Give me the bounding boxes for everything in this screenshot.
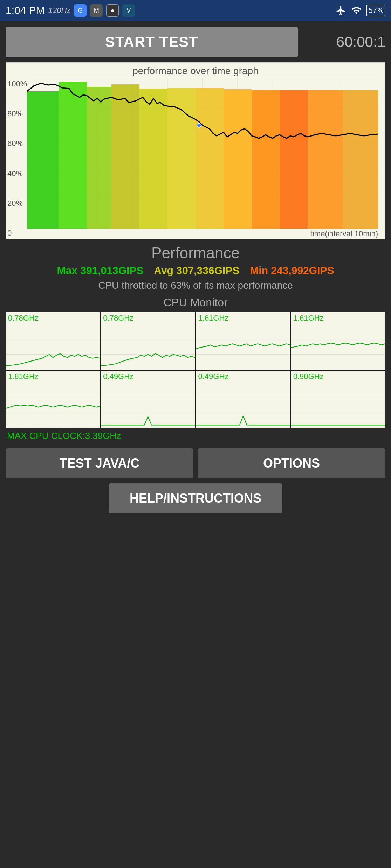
svg-rect-26	[343, 90, 378, 229]
help-btn-row: HELP/INSTRUCTIONS	[6, 483, 385, 513]
status-time: 1:04 PM	[6, 5, 45, 16]
svg-rect-15	[27, 91, 59, 229]
cpu-graph-4	[6, 383, 100, 428]
help-instructions-button[interactable]: HELP/INSTRUCTIONS	[109, 483, 282, 513]
svg-rect-20	[167, 88, 196, 229]
svg-rect-18	[111, 84, 139, 229]
google-icon: G	[74, 4, 87, 17]
cpu-cell-4: 1.61GHz	[6, 371, 100, 428]
max-cpu-clock: MAX CPU CLOCK:3.39GHz	[6, 428, 385, 443]
status-hz: 120Hz	[48, 6, 71, 15]
circle-icon: ●	[106, 4, 119, 17]
svg-rect-24	[280, 90, 308, 229]
graph-title: performance over time graph	[6, 63, 385, 78]
cpu-cell-1: 0.78GHz	[101, 312, 195, 370]
graph-area	[27, 78, 378, 229]
svg-rect-17	[87, 87, 111, 229]
status-right: 57 %	[336, 5, 386, 16]
perf-avg: Avg 307,336GIPS	[154, 265, 239, 276]
start-test-button[interactable]: START TEST	[6, 27, 298, 57]
cpu-freq-7: 0.90GHz	[291, 371, 385, 383]
status-bar: 1:04 PM 120Hz G M ● V 57 %	[0, 0, 391, 21]
cpu-graph-6	[196, 383, 290, 428]
graph-canvas-wrapper	[27, 78, 378, 229]
perf-max: Max 391,013GIPS	[57, 265, 144, 276]
y-axis-labels: 100% 80% 60% 40% 20% 0	[6, 78, 27, 239]
cpu-freq-3: 1.61GHz	[291, 312, 385, 324]
performance-stats: Max 391,013GIPS Avg 307,336GIPS Min 243,…	[6, 265, 385, 276]
wifi-icon	[350, 5, 362, 16]
main-content: START TEST 60:00:1 performance over time…	[0, 21, 391, 526]
throttle-text: CPU throttled to 63% of its max performa…	[6, 280, 385, 291]
cpu-graph-5	[101, 383, 195, 428]
cpu-freq-0: 0.78GHz	[6, 312, 100, 324]
battery-indicator: 57 %	[366, 5, 386, 16]
v-icon: V	[122, 4, 135, 17]
perf-min: Min 243,992GIPS	[250, 265, 334, 276]
cpu-freq-4: 1.61GHz	[6, 371, 100, 383]
cpu-cell-6: 0.49GHz	[196, 371, 290, 428]
cpu-grid: 0.78GHz 0.78GHz	[6, 312, 385, 428]
bottom-buttons: TEST JAVA/C OPTIONS	[6, 448, 385, 478]
m-icon: M	[90, 4, 103, 17]
svg-rect-16	[59, 82, 87, 229]
timer-display: 60:00:1	[308, 34, 385, 50]
cpu-cell-7: 0.90GHz	[291, 371, 385, 428]
svg-rect-19	[139, 89, 167, 229]
status-left: 1:04 PM 120Hz G M ● V	[6, 4, 135, 17]
performance-section: Performance Max 391,013GIPS Avg 307,336G…	[6, 244, 385, 291]
options-button[interactable]: OPTIONS	[198, 448, 385, 478]
top-row: START TEST 60:00:1	[6, 27, 385, 57]
performance-title: Performance	[6, 244, 385, 262]
graph-container: 100% 80% 60% 40% 20% 0	[6, 78, 385, 239]
cpu-freq-1: 0.78GHz	[101, 312, 195, 324]
svg-rect-23	[252, 90, 280, 229]
test-java-c-button[interactable]: TEST JAVA/C	[6, 448, 193, 478]
svg-rect-22	[224, 89, 252, 229]
cpu-graph-3	[291, 324, 385, 370]
graph-section: performance over time graph 100% 80% 60%…	[6, 62, 385, 239]
cpu-cell-5: 0.49GHz	[101, 371, 195, 428]
cpu-freq-2: 1.61GHz	[196, 312, 290, 324]
cpu-cell-2: 1.61GHz	[196, 312, 290, 370]
cpu-graph-0	[6, 324, 100, 370]
cpu-freq-6: 0.49GHz	[196, 371, 290, 383]
cpu-monitor-title: CPU Monitor	[6, 296, 385, 309]
cpu-monitor-section: CPU Monitor 0.78GHz 0.78GHz	[6, 296, 385, 443]
svg-point-27	[197, 123, 201, 127]
cpu-graph-1	[101, 324, 195, 370]
time-axis-label: time(interval 10min)	[310, 229, 378, 238]
svg-rect-25	[308, 90, 343, 229]
airplane-icon	[336, 5, 346, 16]
cpu-graph-7	[291, 383, 385, 428]
cpu-cell-3: 1.61GHz	[291, 312, 385, 370]
performance-graph-svg	[27, 78, 378, 229]
cpu-cell-0: 0.78GHz	[6, 312, 100, 370]
cpu-freq-5: 0.49GHz	[101, 371, 195, 383]
svg-rect-21	[196, 88, 224, 229]
cpu-graph-2	[196, 324, 290, 370]
